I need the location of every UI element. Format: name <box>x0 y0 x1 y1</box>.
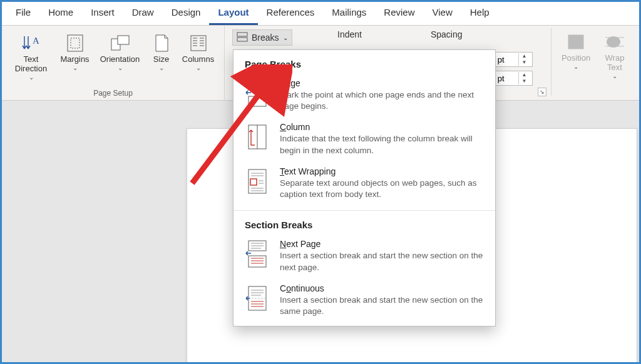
svg-rect-4 <box>118 36 129 44</box>
text-wrapping-break-desc: Separate text around objects on web page… <box>280 178 485 200</box>
text-wrapping-break-icon <box>244 166 271 196</box>
orientation-icon <box>110 33 131 54</box>
chevron-down-icon: ⌄ <box>29 74 34 81</box>
columns-icon <box>188 33 209 54</box>
columns-button[interactable]: Columns ⌄ <box>179 29 218 83</box>
spinner-up-icon[interactable]: ▲ <box>519 53 530 59</box>
page-breaks-section-header: Page Breaks <box>233 50 495 74</box>
page-break-icon <box>244 78 271 108</box>
menu-item-continuous-section-break[interactable]: Continuous Insert a section break and st… <box>233 280 495 323</box>
menu-item-page-break[interactable]: Page Mark the point at which one page en… <box>233 74 495 118</box>
chevron-down-icon: ⌄ <box>283 34 288 41</box>
continuous-section-break-title: Continuous <box>280 283 485 293</box>
continuous-section-break-desc: Insert a section break and start the new… <box>280 295 485 317</box>
column-break-icon <box>244 122 271 152</box>
column-break-desc: Indicate that the text following the col… <box>280 133 485 156</box>
position-icon <box>565 31 587 53</box>
section-breaks-section-header: Section Breaks <box>233 211 495 235</box>
tab-view[interactable]: View <box>424 3 461 25</box>
page-break-desc: Mark the point at which one page ends an… <box>280 89 485 112</box>
svg-rect-2 <box>71 38 79 48</box>
page-setup-group-label: Page Setup <box>2 89 224 98</box>
chevron-down-icon: ⌄ <box>573 63 578 71</box>
position-label: Position <box>562 54 590 63</box>
tab-review[interactable]: Review <box>375 3 423 25</box>
menu-item-next-page-section-break[interactable]: Next Page Insert a section break and sta… <box>233 235 495 279</box>
indent-header: Indent <box>337 29 362 39</box>
margins-icon <box>64 33 86 54</box>
tab-mailings[interactable]: Mailings <box>323 3 375 25</box>
continuous-section-break-icon <box>244 283 271 313</box>
paragraph-dialog-launcher[interactable]: ↘ <box>538 88 546 96</box>
position-button: Position ⌄ <box>558 28 594 72</box>
ribbon-group-page-setup: A Text Direction ⌄ Margins ⌄ Orientation… <box>2 26 225 100</box>
menu-item-text-wrapping-break[interactable]: Text Wrapping Separate text around objec… <box>233 163 495 206</box>
chevron-down-icon: ⌄ <box>196 64 201 72</box>
tab-strip: File Home Insert Draw Design Layout Refe… <box>2 2 639 26</box>
wrap-text-button: Wrap Text ⌄ <box>597 28 633 81</box>
tab-help[interactable]: Help <box>461 3 498 25</box>
text-wrapping-break-title: Text Wrapping <box>280 166 485 176</box>
spinner-up-icon[interactable]: ▲ <box>519 72 530 78</box>
spinner-down-icon[interactable]: ▼ <box>519 59 530 66</box>
breaks-button[interactable]: Breaks ⌄ <box>232 29 292 46</box>
tab-home[interactable]: Home <box>39 3 82 25</box>
column-break-title: Column <box>280 122 485 132</box>
wrap-text-label: Wrap Text <box>598 54 631 73</box>
ribbon-group-arrange: Position ⌄ Wrap Text ⌄ <box>551 28 633 96</box>
svg-rect-21 <box>249 96 266 106</box>
text-direction-label: Text Direction <box>11 55 52 74</box>
tab-design[interactable]: Design <box>163 3 210 25</box>
spacing-header: Spacing <box>431 29 463 39</box>
breaks-dropdown: Page Breaks Page Mark the point at which… <box>233 49 496 326</box>
margins-label: Margins <box>60 55 89 64</box>
breaks-icon <box>237 32 248 44</box>
wrap-text-icon <box>604 31 625 53</box>
chevron-down-icon: ⌄ <box>73 64 78 72</box>
breaks-label: Breaks <box>252 33 279 43</box>
size-button[interactable]: Size ⌄ <box>145 29 178 83</box>
svg-text:A: A <box>33 36 39 46</box>
tab-file[interactable]: File <box>7 3 39 25</box>
size-label: Size <box>153 55 169 64</box>
tab-layout[interactable]: Layout <box>209 3 257 25</box>
chevron-down-icon: ⌄ <box>118 64 123 72</box>
next-page-section-break-title: Next Page <box>280 239 485 249</box>
tab-references[interactable]: References <box>258 3 324 25</box>
orientation-label: Orientation <box>100 55 140 64</box>
svg-rect-14 <box>237 33 247 36</box>
size-icon <box>151 33 172 54</box>
svg-rect-20 <box>249 80 266 90</box>
svg-rect-36 <box>249 256 266 267</box>
text-direction-icon: A <box>21 33 42 54</box>
next-page-section-break-desc: Insert a section break and start the new… <box>280 250 485 273</box>
tab-insert[interactable]: Insert <box>82 3 123 25</box>
columns-label: Columns <box>182 55 214 64</box>
svg-rect-1 <box>68 35 83 51</box>
spinner-down-icon[interactable]: ▼ <box>519 78 530 84</box>
svg-rect-15 <box>237 38 247 41</box>
menu-item-column-break[interactable]: Column Indicate that the text following … <box>233 118 495 162</box>
tab-draw[interactable]: Draw <box>123 3 163 25</box>
chevron-down-icon: ⌄ <box>159 64 164 72</box>
orientation-button[interactable]: Orientation ⌄ <box>96 29 144 83</box>
text-direction-button[interactable]: A Text Direction ⌄ <box>9 29 54 83</box>
chevron-down-icon: ⌄ <box>612 73 617 80</box>
margins-button[interactable]: Margins ⌄ <box>55 29 95 83</box>
next-page-section-break-icon <box>244 239 271 269</box>
svg-rect-17 <box>570 37 576 41</box>
page-break-title: Page <box>280 78 485 88</box>
